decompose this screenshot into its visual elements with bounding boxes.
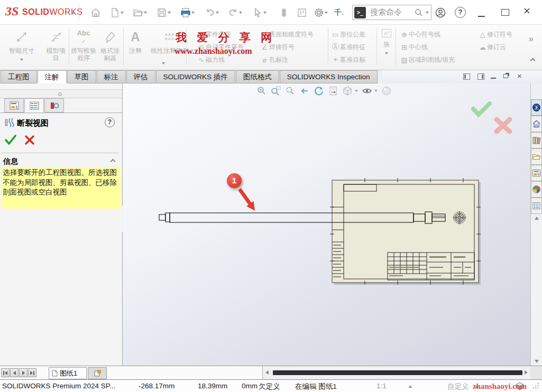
- tab-drawing[interactable]: 工程图: [1, 70, 37, 83]
- redo-icon[interactable]: [227, 7, 239, 18]
- tab-inspection[interactable]: SOLIDWORKS Inspection: [280, 70, 378, 83]
- center-mark-button[interactable]: ⊕中心符号线: [400, 28, 455, 41]
- tab-addins[interactable]: SOLIDWORKS 插件: [156, 70, 235, 83]
- command-search-input[interactable]: >_ 搜索命令: [352, 5, 431, 20]
- design-library-button[interactable]: [531, 132, 542, 148]
- configurations-tab[interactable]: [44, 98, 64, 113]
- sheet-page-icon: [52, 370, 58, 377]
- smart-dimension-button[interactable]: 智能尺寸: [1, 27, 42, 62]
- feature-tree-tab[interactable]: [4, 98, 24, 113]
- xpert-tools-icon[interactable]: 千.: [334, 8, 344, 17]
- redo-dropdown-icon[interactable]: [239, 12, 242, 14]
- dock-pane-right-icon[interactable]: [477, 73, 484, 80]
- message-collapse-icon[interactable]: [111, 159, 116, 164]
- appearances-button[interactable]: [531, 181, 542, 198]
- tab-evaluate[interactable]: 评估: [126, 70, 155, 83]
- select-cursor-icon[interactable]: [252, 7, 263, 18]
- open-icon[interactable]: [132, 7, 144, 18]
- hscroll-thumb[interactable]: [273, 370, 522, 375]
- tab-sketch[interactable]: 草图: [67, 70, 96, 83]
- hole-callout-button[interactable]: ⌀孔标注: [260, 53, 314, 66]
- document-restore-icon[interactable]: [503, 74, 508, 78]
- prev-sheet-button[interactable]: [10, 368, 19, 377]
- save-icon[interactable]: [156, 7, 168, 18]
- options-dropdown-icon[interactable]: [325, 12, 328, 14]
- vscroll-track[interactable]: [532, 222, 541, 357]
- logo-flyout-icon[interactable]: [72, 11, 75, 15]
- add-sheet-button[interactable]: [88, 367, 107, 379]
- home-icon[interactable]: [90, 7, 102, 18]
- datum-target-button[interactable]: ⌖基准目标: [331, 53, 365, 66]
- block-dropdown-icon[interactable]: [385, 52, 388, 54]
- custom-properties-button[interactable]: [531, 198, 542, 214]
- area-hatch-button[interactable]: ▨区域剖面线/填充: [400, 53, 455, 66]
- centerline-button[interactable]: ⊞中心线: [400, 41, 455, 53]
- file-explorer-button[interactable]: [531, 148, 542, 165]
- threedexperience-button[interactable]: [531, 99, 542, 116]
- revision-cloud-button[interactable]: ☁修订云: [478, 41, 512, 53]
- options-gear-icon[interactable]: [313, 7, 325, 18]
- open-dropdown-icon[interactable]: [144, 12, 147, 14]
- search-icon[interactable]: [414, 8, 424, 17]
- datum-target-icon: ⌖: [331, 55, 340, 64]
- revision-symbol-button[interactable]: △修订符号: [478, 28, 512, 41]
- graphics-area[interactable]: 1: [123, 83, 530, 366]
- home-tab-button[interactable]: [531, 116, 542, 132]
- view-palette-button[interactable]: [531, 165, 542, 181]
- selection-filter-icon[interactable]: [278, 7, 290, 18]
- tab-sheet-format[interactable]: 图纸格式: [236, 70, 279, 83]
- note-group-dropdown-icon[interactable]: [162, 62, 165, 64]
- save-dropdown-icon[interactable]: [168, 12, 171, 14]
- ribbon-overflow-icon[interactable]: »: [529, 34, 534, 44]
- sheet-scale-text[interactable]: 1:1: [376, 382, 387, 390]
- print-icon[interactable]: [180, 7, 191, 18]
- smart-dimension-dropdown-icon[interactable]: [20, 59, 23, 61]
- undo-icon[interactable]: [204, 7, 216, 18]
- tab-annotation[interactable]: 注解: [38, 70, 67, 83]
- hscroll-right-button[interactable]: [525, 370, 528, 375]
- search-dropdown-icon[interactable]: [426, 12, 429, 14]
- new-document-icon[interactable]: [109, 7, 121, 18]
- minimize-button[interactable]: [478, 16, 485, 17]
- cancel-button[interactable]: [24, 135, 35, 145]
- ribbon-collapse-icon[interactable]: [530, 58, 536, 63]
- dock-pane-left-icon[interactable]: [463, 73, 470, 80]
- sheet-tab[interactable]: 图纸1: [49, 367, 87, 379]
- help-icon[interactable]: ?: [455, 7, 466, 18]
- last-sheet-button[interactable]: [28, 368, 36, 377]
- task-list-icon[interactable]: [296, 7, 308, 18]
- property-manager-tab[interactable]: [24, 98, 44, 113]
- confirm-ok-icon[interactable]: [473, 104, 490, 115]
- datum-feature-button[interactable]: Ⓐ基准特征: [331, 41, 365, 53]
- confirm-cancel-icon[interactable]: [497, 119, 510, 132]
- resize-grip[interactable]: [533, 387, 534, 388]
- ok-button[interactable]: [4, 134, 17, 146]
- next-sheet-button[interactable]: [19, 368, 27, 377]
- select-dropdown-icon[interactable]: [263, 12, 267, 14]
- geometric-tolerance-button[interactable]: ▭形位公差: [331, 28, 365, 41]
- spell-checker-icon: Abc✓: [77, 29, 90, 45]
- model-items-button[interactable]: 模型项目: [43, 27, 68, 62]
- drawing-canvas[interactable]: [123, 83, 530, 366]
- block-button[interactable]: A° 块: [379, 29, 394, 56]
- close-button[interactable]: ×: [523, 4, 530, 18]
- vscroll-up-button[interactable]: [532, 214, 541, 222]
- hscroll-left-button[interactable]: [265, 370, 269, 375]
- note-button[interactable]: A 注释: [125, 27, 146, 54]
- pm-help-icon[interactable]: ?: [105, 117, 115, 127]
- print-dropdown-icon[interactable]: [191, 12, 195, 14]
- units-text[interactable]: 自定义: [447, 382, 469, 391]
- first-sheet-button[interactable]: [1, 368, 10, 377]
- undo-dropdown-icon[interactable]: [216, 12, 219, 14]
- maximize-button[interactable]: [501, 9, 509, 16]
- tab-markup[interactable]: 标注: [97, 70, 126, 83]
- new-dropdown-icon[interactable]: [121, 12, 124, 14]
- format-painter-button[interactable]: 格式涂刷器: [98, 27, 122, 62]
- spell-checker-button[interactable]: Abc✓ 拼写检验程序: [70, 27, 97, 62]
- document-minimize-icon[interactable]: [491, 78, 496, 79]
- document-close-icon[interactable]: ×: [517, 71, 522, 80]
- define-state-text: 欠定义: [259, 382, 280, 391]
- sign-in-avatar-icon[interactable]: [435, 7, 446, 18]
- scale-dropdown-icon[interactable]: [408, 385, 412, 388]
- vscroll-down-button[interactable]: [532, 357, 541, 365]
